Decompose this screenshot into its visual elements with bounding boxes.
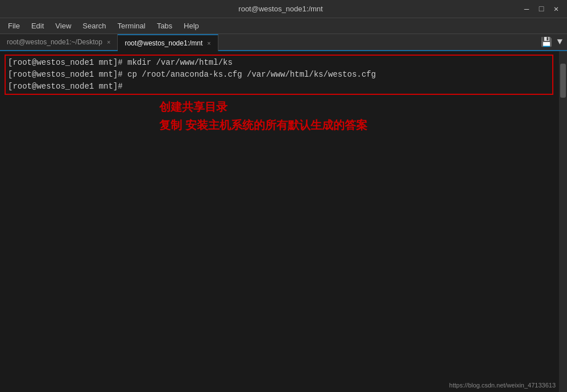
cmd-2: # cp /root/anaconda-ks.cfg /var/www/html…: [118, 70, 376, 79]
window-controls: — □ ✕: [522, 5, 561, 13]
dropdown-icon[interactable]: ▼: [557, 37, 562, 47]
scrollbar-thumb[interactable]: [560, 64, 566, 98]
annotation-line-1: 创建共享目录: [159, 98, 367, 116]
cmd-1: # mkdir /var/www/html/ks: [118, 58, 233, 67]
menu-edit[interactable]: Edit: [27, 20, 48, 31]
cmd-3: #: [118, 82, 122, 91]
tab-mnt-close[interactable]: ×: [207, 40, 210, 47]
window-title: root@westos_node1:/mnt: [40, 5, 522, 13]
command-line-3: [root@westos_node1 mnt]#: [8, 81, 550, 93]
menu-file[interactable]: File: [3, 20, 24, 31]
prompt-2: [root@westos_node1 mnt]: [8, 70, 118, 79]
terminal-area[interactable]: [root@westos_node1 mnt]# mkdir /var/www/…: [0, 51, 567, 392]
menu-bar: File Edit View Search Terminal Tabs Help: [0, 18, 567, 34]
command-line-1: [root@westos_node1 mnt]# mkdir /var/www/…: [8, 57, 550, 69]
prompt-3: [root@westos_node1 mnt]: [8, 82, 118, 91]
tab-desktop-label: root@westos_node1:~/Desktop: [7, 38, 102, 46]
terminal-window: [root@westos_node1 mnt]# mkdir /var/www/…: [0, 51, 567, 392]
tab-desktop-close[interactable]: ×: [107, 39, 110, 45]
menu-tabs[interactable]: Tabs: [152, 20, 177, 31]
close-button[interactable]: ✕: [551, 5, 561, 13]
tab-mnt[interactable]: root@westos_node1:/mnt ×: [118, 34, 218, 51]
command-line-2: [root@westos_node1 mnt]# cp /root/anacon…: [8, 69, 550, 81]
watermark: https://blog.csdn.net/weixin_47133613: [449, 382, 556, 389]
annotation-line-2: 复制 安装主机系统的所有默认生成的答案: [159, 116, 367, 134]
tab-bar: root@westos_node1:~/Desktop × root@westo…: [0, 34, 567, 51]
tab-bar-actions: 💾 ▼: [541, 34, 567, 50]
minimize-button[interactable]: —: [522, 5, 532, 13]
menu-search[interactable]: Search: [78, 20, 110, 31]
annotation-area: 创建共享目录 复制 安装主机系统的所有默认生成的答案: [159, 98, 367, 134]
scrollbar[interactable]: [559, 51, 567, 392]
tab-desktop[interactable]: root@westos_node1:~/Desktop ×: [0, 34, 118, 50]
prompt-1: [root@westos_node1 mnt]: [8, 58, 118, 67]
menu-terminal[interactable]: Terminal: [113, 20, 150, 31]
menu-view[interactable]: View: [51, 20, 76, 31]
maximize-button[interactable]: □: [536, 5, 547, 13]
tab-mnt-label: root@westos_node1:/mnt: [125, 39, 202, 47]
menu-help[interactable]: Help: [179, 20, 204, 31]
command-block: [root@westos_node1 mnt]# mkdir /var/www/…: [5, 55, 553, 95]
save-icon[interactable]: 💾: [541, 36, 552, 48]
terminal-content: [root@westos_node1 mnt]# mkdir /var/www/…: [5, 55, 562, 95]
title-bar: root@westos_node1:/mnt — □ ✕: [0, 0, 567, 18]
